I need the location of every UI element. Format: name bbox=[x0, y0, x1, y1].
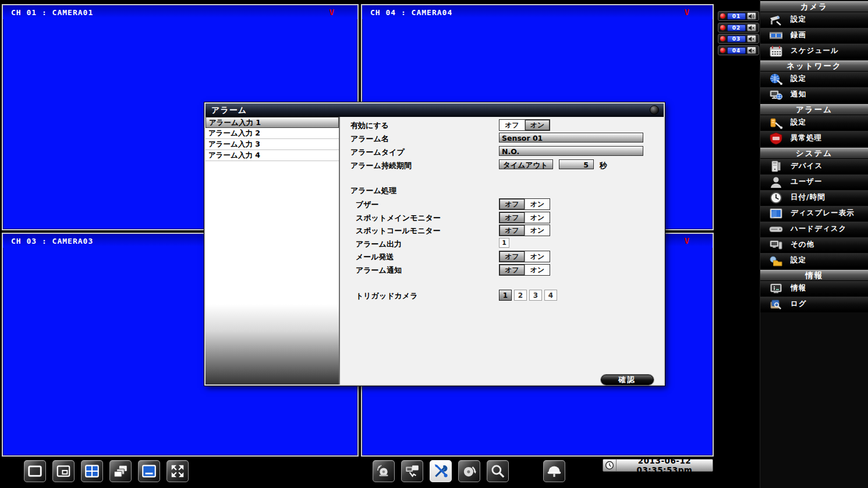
enable-off-button[interactable]: オフ bbox=[499, 120, 525, 130]
enable-on-button[interactable]: オン bbox=[525, 120, 550, 130]
sidebar-item-info[interactable]: 情報 bbox=[760, 281, 868, 297]
dvr-screen: CH 01 : CAMERA01 V CH 04 : CAMERA04 V CH… bbox=[0, 0, 868, 488]
datetime-display[interactable]: 2013-06-12 03:35:53pm bbox=[603, 459, 713, 472]
notify-off-button[interactable]: オフ bbox=[499, 265, 525, 275]
alarm-input-list: アラーム入力 1 アラーム入力 2 アラーム入力 3 アラーム入力 4 bbox=[206, 117, 340, 384]
sidebar-item-system-datetime[interactable]: 日付/時間 bbox=[760, 190, 868, 206]
sidebar-item-camera-record[interactable]: 録画 bbox=[760, 28, 868, 44]
list-item-alarm-input-4[interactable]: アラーム入力 4 bbox=[206, 150, 339, 161]
camera-label: CH 03 : CAMERA03 bbox=[11, 237, 93, 245]
network-settings-icon bbox=[769, 73, 783, 86]
alarm-off-button[interactable] bbox=[373, 460, 395, 482]
display-icon bbox=[769, 207, 783, 220]
sidebar-item-alarm-abnormal[interactable]: 異常処理 bbox=[760, 131, 868, 147]
sidebar-item-system-device[interactable]: デバイス bbox=[760, 159, 868, 174]
sidebar-item-system-harddisk[interactable]: ハードディスク bbox=[760, 222, 868, 237]
sidebar-item-system-settings[interactable]: 設定 bbox=[760, 253, 868, 269]
dialog-title: アラーム bbox=[211, 105, 247, 116]
single-view-button[interactable] bbox=[24, 460, 46, 482]
sidebar-item-log[interactable]: ログ bbox=[760, 297, 868, 312]
spot-monitor-button[interactable] bbox=[138, 460, 160, 482]
spot-main-on-button[interactable]: オン bbox=[525, 212, 550, 223]
channel-indicator-03[interactable]: 03 bbox=[718, 34, 759, 44]
pip-view-button[interactable] bbox=[52, 460, 75, 482]
ptz-button[interactable] bbox=[543, 460, 565, 482]
sidebar-item-system-user[interactable]: ユーザー bbox=[760, 174, 868, 190]
user-icon bbox=[769, 176, 783, 188]
spot-view-icon bbox=[141, 463, 157, 479]
dwell-mode-button[interactable]: タイムアウト bbox=[499, 159, 553, 169]
sidebar-item-camera-schedule[interactable]: スケジュール bbox=[760, 44, 868, 59]
trigger-camera-1-button[interactable]: 1 bbox=[499, 290, 512, 301]
datetime-icon bbox=[769, 191, 783, 204]
sidebar-item-label: 日付/時間 bbox=[791, 193, 826, 202]
speaker-mute-icon[interactable] bbox=[747, 35, 756, 42]
trigger-camera-3-button[interactable]: 3 bbox=[529, 290, 542, 301]
dialog-close-button[interactable] bbox=[650, 105, 659, 115]
list-item-alarm-input-1[interactable]: アラーム入力 1 bbox=[206, 117, 339, 128]
spot-call-off-button[interactable]: オフ bbox=[499, 225, 525, 236]
datetime-text: 2013-06-12 03:35:53pm bbox=[617, 456, 713, 475]
channel-number-badge: 03 bbox=[727, 35, 746, 42]
mail-off-button[interactable]: オフ bbox=[499, 251, 525, 262]
notify-on-button[interactable]: オン bbox=[525, 265, 550, 275]
speaker-mute-icon[interactable] bbox=[747, 47, 756, 54]
alarm-name-field[interactable]: Sensor 01 bbox=[499, 133, 643, 143]
trigger-camera-2-button[interactable]: 2 bbox=[514, 290, 527, 301]
setup-menu-button[interactable] bbox=[430, 460, 452, 482]
buzzer-toggle: オフ オン bbox=[499, 198, 550, 210]
spot-call-toggle: オフ オン bbox=[499, 225, 550, 236]
sidebar-item-label: 録画 bbox=[791, 30, 806, 40]
speaker-mute-icon[interactable] bbox=[747, 24, 756, 31]
alarm-type-field[interactable]: N.O. bbox=[499, 146, 643, 156]
sequence-view-button[interactable] bbox=[109, 460, 132, 482]
spot-call-on-button[interactable]: オン bbox=[525, 225, 550, 236]
buzzer-off-button[interactable]: オフ bbox=[499, 199, 525, 209]
sidebar-item-network-notify[interactable]: 通知 bbox=[760, 87, 868, 103]
sidebar-item-label: 通知 bbox=[791, 90, 806, 99]
list-item-alarm-input-3[interactable]: アラーム入力 3 bbox=[206, 139, 339, 150]
network-notify-icon bbox=[769, 88, 783, 101]
schedule-icon bbox=[769, 45, 783, 58]
sidebar-item-alarm-settings[interactable]: 設定 bbox=[760, 115, 868, 131]
channel-indicator-01[interactable]: 01 bbox=[718, 11, 759, 21]
trigger-camera-4-button[interactable]: 4 bbox=[544, 290, 557, 301]
search-button[interactable] bbox=[487, 460, 509, 482]
alarm-dialog: アラーム アラーム入力 1 アラーム入力 2 アラーム入力 3 アラーム入力 4… bbox=[204, 102, 665, 386]
pip-view-icon bbox=[55, 463, 72, 479]
sidebar-item-label: 情報 bbox=[791, 283, 806, 293]
hdd-icon bbox=[769, 223, 783, 236]
mail-on-button[interactable]: オン bbox=[525, 251, 550, 262]
spot-main-toggle: オフ オン bbox=[499, 212, 550, 223]
fullscreen-button[interactable] bbox=[166, 460, 189, 482]
remote-control-button[interactable] bbox=[401, 460, 423, 482]
backup-button[interactable] bbox=[458, 460, 480, 482]
section-header-system: システム bbox=[760, 148, 868, 159]
quad-view-button[interactable] bbox=[81, 460, 103, 482]
buzzer-label: ブザー bbox=[356, 200, 379, 210]
record-led bbox=[720, 13, 726, 19]
sidebar-item-network-settings[interactable]: 設定 bbox=[760, 72, 868, 87]
dwell-seconds-field[interactable]: 5 bbox=[559, 159, 594, 169]
sidebar-item-label: ハードディスク bbox=[791, 224, 846, 234]
confirm-button[interactable]: 確認 bbox=[601, 375, 654, 385]
speaker-on-icon[interactable] bbox=[747, 12, 756, 20]
channel-indicator-04[interactable]: 04 bbox=[718, 45, 759, 55]
enable-toggle: オフ オン bbox=[499, 119, 550, 131]
video-loss-indicator: V bbox=[685, 236, 689, 245]
camera-title-bar: CH 01 : CAMERA01 V bbox=[3, 5, 357, 19]
buzzer-on-button[interactable]: オン bbox=[525, 199, 550, 209]
section-header-network: ネットワーク bbox=[760, 60, 868, 72]
camera-label: CH 04 : CAMERA04 bbox=[370, 8, 452, 17]
video-loss-indicator: V bbox=[330, 8, 334, 17]
record-led bbox=[720, 24, 726, 31]
sidebar-item-system-display[interactable]: ディスプレー表示 bbox=[760, 206, 868, 222]
sidebar-item-camera-settings[interactable]: 設定 bbox=[760, 12, 868, 28]
list-item-alarm-input-2[interactable]: アラーム入力 2 bbox=[206, 128, 339, 139]
system-settings-icon bbox=[769, 254, 783, 267]
sidebar-item-system-etc[interactable]: その他 bbox=[760, 237, 868, 253]
alarm-out-button[interactable]: 1 bbox=[499, 238, 509, 248]
spot-main-off-button[interactable]: オフ bbox=[499, 212, 525, 223]
channel-indicator-02[interactable]: 02 bbox=[718, 23, 759, 33]
channel-number-badge: 01 bbox=[727, 13, 746, 20]
